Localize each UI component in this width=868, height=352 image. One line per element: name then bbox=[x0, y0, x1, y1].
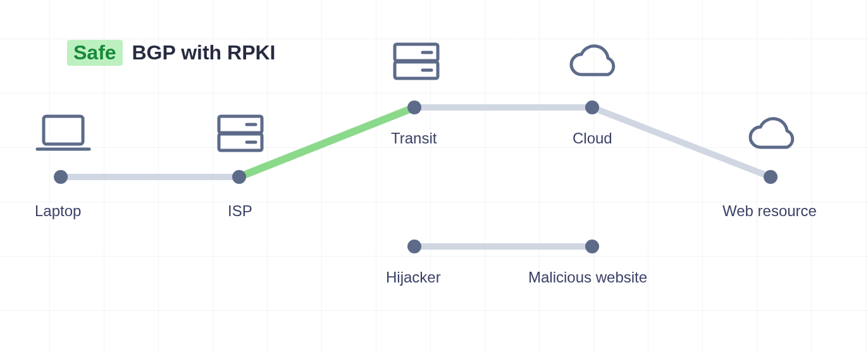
laptop-icon bbox=[35, 112, 92, 157]
title-rest: BGP with RPKI bbox=[132, 41, 275, 64]
diagram-title: Safe BGP with RPKI bbox=[67, 41, 275, 64]
safe-badge: Safe bbox=[67, 40, 123, 66]
node-dot-transit bbox=[407, 100, 421, 114]
server-icon bbox=[391, 40, 442, 85]
node-label-transit: Transit bbox=[391, 130, 437, 147]
node-label-cloud: Cloud bbox=[573, 130, 612, 147]
cloud-icon bbox=[565, 44, 622, 82]
node-dot-hijacker bbox=[407, 240, 421, 253]
node-label-isp: ISP bbox=[228, 202, 252, 220]
node-label-malicious: Malicious website bbox=[528, 269, 647, 286]
node-dot-malicious bbox=[585, 240, 599, 253]
node-label-web: Web resource bbox=[722, 202, 817, 220]
svg-rect-0 bbox=[44, 116, 83, 144]
node-dot-web bbox=[764, 170, 778, 184]
node-dot-cloud bbox=[585, 100, 599, 114]
node-dot-laptop bbox=[54, 170, 68, 184]
cloud-icon bbox=[744, 117, 801, 155]
node-label-laptop: Laptop bbox=[35, 202, 81, 220]
server-icon bbox=[215, 112, 266, 157]
node-dot-isp bbox=[232, 170, 246, 184]
node-label-hijacker: Hijacker bbox=[386, 269, 441, 286]
